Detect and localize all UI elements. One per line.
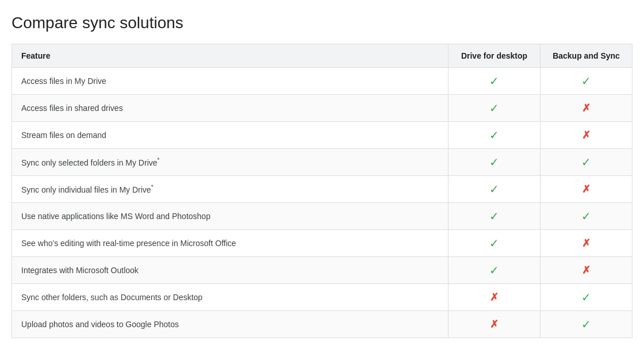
cell-feature: Sync other folders, such as Documents or… <box>12 284 448 311</box>
check-icon: ✓ <box>581 210 591 223</box>
cell-feature: Sync only individual files in My Drive* <box>12 176 448 203</box>
cross-icon: ✗ <box>490 319 499 330</box>
cell-drive-for-desktop: ✓ <box>448 257 540 284</box>
cell-drive-for-desktop: ✗ <box>448 284 540 311</box>
check-icon: ✓ <box>489 156 499 168</box>
cell-feature: Integrates with Microsoft Outlook <box>12 257 448 284</box>
cross-icon: ✗ <box>582 264 591 276</box>
cell-drive-for-desktop: ✓ <box>448 68 540 95</box>
cross-icon: ✗ <box>582 102 591 114</box>
cell-feature: Sync only selected folders in My Drive* <box>12 149 448 176</box>
cell-drive-for-desktop: ✗ <box>448 311 540 338</box>
cell-feature: Stream files on demand <box>12 122 448 149</box>
cell-drive-for-desktop: ✓ <box>448 149 540 176</box>
table-row: See who's editing with real-time presenc… <box>12 230 632 257</box>
table-row: Integrates with Microsoft Outlook✓✗ <box>12 257 632 284</box>
table-row: Access files in My Drive✓✓ <box>12 68 632 95</box>
table-row: Stream files on demand✓✗ <box>12 122 632 149</box>
check-icon: ✓ <box>581 318 591 331</box>
cell-drive-for-desktop: ✓ <box>448 203 540 230</box>
cell-backup-and-sync: ✗ <box>540 230 632 257</box>
cell-backup-and-sync: ✗ <box>540 122 632 149</box>
header-drive-for-desktop: Drive for desktop <box>448 44 540 68</box>
cell-drive-for-desktop: ✓ <box>448 176 540 203</box>
cell-drive-for-desktop: ✓ <box>448 122 540 149</box>
check-icon: ✓ <box>489 129 499 141</box>
cell-backup-and-sync: ✗ <box>540 176 632 203</box>
cell-feature: Access files in My Drive <box>12 68 448 95</box>
cross-icon: ✗ <box>582 183 591 195</box>
cell-feature: Use native applications like MS Word and… <box>12 203 448 230</box>
cell-backup-and-sync: ✓ <box>540 68 632 95</box>
cell-feature: Access files in shared drives <box>12 95 448 122</box>
cell-backup-and-sync: ✗ <box>540 257 632 284</box>
check-icon: ✓ <box>489 183 499 195</box>
check-icon: ✓ <box>581 156 591 168</box>
cell-backup-and-sync: ✗ <box>540 95 632 122</box>
table-row: Use native applications like MS Word and… <box>12 203 632 230</box>
cell-backup-and-sync: ✓ <box>540 284 632 311</box>
header-backup-and-sync: Backup and Sync <box>540 44 632 68</box>
table-header-row: Feature Drive for desktop Backup and Syn… <box>12 44 632 68</box>
cell-feature: See who's editing with real-time presenc… <box>12 230 448 257</box>
table-row: Sync other folders, such as Documents or… <box>12 284 632 311</box>
cell-drive-for-desktop: ✓ <box>448 230 540 257</box>
cell-drive-for-desktop: ✓ <box>448 95 540 122</box>
cross-icon: ✗ <box>582 237 591 249</box>
check-icon: ✓ <box>489 264 499 277</box>
table-row: Access files in shared drives✓✗ <box>12 95 632 122</box>
cell-backup-and-sync: ✓ <box>540 149 632 176</box>
check-icon: ✓ <box>489 237 499 250</box>
table-row: Upload photos and videos to Google Photo… <box>12 311 632 338</box>
cell-backup-and-sync: ✓ <box>540 311 632 338</box>
check-icon: ✓ <box>489 75 499 87</box>
table-row: Sync only selected folders in My Drive*✓… <box>12 149 632 176</box>
page-title: Compare sync solutions <box>12 14 632 32</box>
check-icon: ✓ <box>489 210 499 223</box>
header-feature: Feature <box>12 44 448 68</box>
comparison-table: Feature Drive for desktop Backup and Syn… <box>12 44 632 338</box>
cross-icon: ✗ <box>582 129 591 141</box>
check-icon: ✓ <box>489 102 499 114</box>
check-icon: ✓ <box>581 75 591 87</box>
cross-icon: ✗ <box>490 292 499 303</box>
table-row: Sync only individual files in My Drive*✓… <box>12 176 632 203</box>
cell-backup-and-sync: ✓ <box>540 203 632 230</box>
check-icon: ✓ <box>581 291 591 304</box>
cell-feature: Upload photos and videos to Google Photo… <box>12 311 448 338</box>
